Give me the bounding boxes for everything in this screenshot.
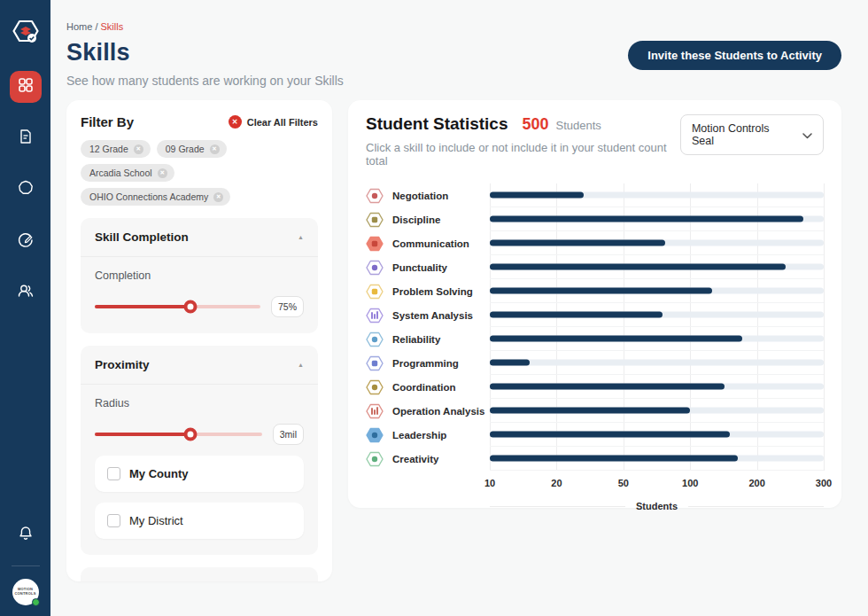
- filter-chip[interactable]: OHIO Connections Academy✕: [81, 188, 230, 206]
- operation-analysis-icon: [366, 402, 384, 420]
- punctuality-icon: [366, 259, 384, 277]
- filter-chip[interactable]: Arcadia School✕: [81, 164, 174, 182]
- grade-header[interactable]: Grade ▲: [81, 567, 318, 581]
- chart-row[interactable]: Discipline: [366, 207, 824, 231]
- filter-chip[interactable]: 09 Grade✕: [157, 140, 227, 158]
- skill-label: Punctuality: [392, 262, 447, 273]
- my-district-label: My District: [129, 514, 183, 527]
- seal-dropdown[interactable]: Motion Controls Seal: [680, 114, 824, 155]
- chart-row[interactable]: Creativity: [366, 447, 824, 471]
- chart-row[interactable]: Programming: [366, 351, 824, 375]
- skill-label: Coordination: [392, 382, 456, 393]
- sidebar-item-seals[interactable]: [10, 174, 42, 206]
- x-axis: 102050100200300: [490, 478, 824, 492]
- avatar-logo: MOTIONCONTROLS: [14, 588, 35, 597]
- bar-cell: [490, 327, 824, 351]
- sidebar-item-students[interactable]: [10, 277, 42, 308]
- x-axis-tick: 200: [748, 478, 764, 488]
- chart-row[interactable]: Leadership: [366, 423, 824, 447]
- page-subtitle: See how many students are working on you…: [66, 74, 344, 88]
- gauge-edit-icon: [16, 230, 35, 253]
- system-analysis-icon: [366, 307, 384, 324]
- filter-chip[interactable]: 12 Grade✕: [81, 140, 151, 158]
- radius-value: 3mil: [273, 424, 304, 445]
- chip-remove-icon[interactable]: ✕: [134, 144, 143, 154]
- bar-cell: [490, 447, 824, 471]
- filter-title: Filter By: [81, 114, 134, 129]
- main-content: Home / Skills Skills See how many studen…: [50, 0, 868, 616]
- chart-row[interactable]: Problem Solving: [366, 279, 824, 303]
- breadcrumb: Home / Skills: [66, 21, 344, 32]
- chart-row[interactable]: Operation Analysis: [366, 399, 824, 423]
- chip-remove-icon[interactable]: ✕: [210, 144, 220, 154]
- bar-cell: [490, 375, 824, 399]
- bar: [490, 384, 725, 390]
- skill-label: System Analysis: [392, 310, 473, 321]
- clear-all-filters-button[interactable]: ✕ Clear All Filters: [229, 115, 318, 129]
- bar-cell: [490, 183, 824, 207]
- breadcrumb-home[interactable]: Home: [66, 21, 92, 32]
- x-axis-tick: 300: [816, 478, 832, 488]
- my-district-checkbox[interactable]: [107, 514, 120, 527]
- chip-remove-icon[interactable]: ✕: [158, 168, 167, 178]
- x-axis-tick: 20: [551, 478, 562, 488]
- leadership-icon: [366, 426, 384, 444]
- completion-slider[interactable]: [95, 305, 260, 308]
- seal-dropdown-value: Motion Controls Seal: [692, 122, 790, 147]
- grade-title: Grade: [95, 580, 129, 581]
- chart-row[interactable]: Punctuality: [366, 255, 824, 279]
- dashboard-grid-icon: [18, 77, 34, 97]
- chart-row[interactable]: Negotiation: [366, 183, 824, 207]
- statistics-subtitle: Click a skill to include or not include …: [366, 141, 680, 168]
- chart-row[interactable]: Coordination: [366, 375, 824, 399]
- x-axis-tick: 10: [484, 478, 495, 488]
- chart-row[interactable]: System Analysis: [366, 303, 824, 327]
- sidebar-item-reports[interactable]: [10, 122, 42, 154]
- chart-row[interactable]: Reliability: [366, 327, 824, 351]
- invite-students-button[interactable]: Invite these Students to Activity: [628, 41, 841, 70]
- my-county-label: My County: [129, 467, 188, 480]
- filter-chip-label: Arcadia School: [89, 168, 152, 178]
- sidebar-nav: [10, 71, 42, 308]
- chart-row[interactable]: Communication: [366, 231, 824, 255]
- page-title: Skills: [66, 39, 344, 66]
- online-status-dot: [32, 598, 40, 606]
- bar: [490, 312, 663, 318]
- my-county-option[interactable]: My County: [95, 456, 304, 492]
- filter-chip-label: 09 Grade: [166, 144, 205, 154]
- bar: [490, 360, 530, 366]
- reliability-icon: [366, 331, 384, 348]
- chevron-down-icon: [802, 127, 812, 143]
- skill-completion-header[interactable]: Skill Completion ▲: [81, 218, 318, 257]
- creativity-icon: [366, 450, 384, 468]
- skill-label: Communication: [392, 238, 469, 249]
- skill-label: Negotiation: [392, 191, 448, 201]
- sidebar-item-dashboard[interactable]: [10, 71, 42, 103]
- completion-slider-thumb[interactable]: [184, 300, 198, 314]
- bar: [490, 216, 803, 222]
- section-skill-completion: Skill Completion ▲ Completion 75%: [81, 218, 318, 333]
- skill-label: Problem Solving: [392, 286, 473, 297]
- chip-remove-icon[interactable]: ✕: [213, 192, 223, 202]
- my-county-checkbox[interactable]: [107, 467, 120, 480]
- sidebar-item-progress[interactable]: [10, 225, 42, 257]
- sidebar-bottom: MOTIONCONTROLS: [10, 519, 42, 616]
- my-district-option[interactable]: My District: [95, 503, 304, 539]
- app-logo-icon[interactable]: [9, 14, 43, 51]
- completion-label: Completion: [95, 269, 304, 282]
- radius-slider[interactable]: [95, 433, 262, 436]
- sidebar-item-notifications[interactable]: [10, 519, 42, 551]
- active-filter-chips: 12 Grade✕09 Grade✕Arcadia School✕OHIO Co…: [81, 140, 318, 206]
- negotiation-icon: [366, 187, 384, 205]
- clear-all-label: Clear All Filters: [247, 117, 318, 128]
- students-group-icon: [16, 281, 35, 304]
- radius-slider-thumb[interactable]: [183, 428, 197, 441]
- proximity-header[interactable]: Proximity ▲: [81, 346, 318, 385]
- bar-cell: [490, 231, 824, 255]
- x-axis-label: Students: [636, 501, 678, 511]
- user-avatar[interactable]: MOTIONCONTROLS: [12, 579, 39, 605]
- bar-cell: [490, 351, 824, 375]
- programming-icon: [366, 355, 384, 372]
- sidebar: MOTIONCONTROLS: [0, 0, 50, 616]
- skills-bar-chart: NegotiationDisciplineCommunicationPunctu…: [366, 183, 824, 471]
